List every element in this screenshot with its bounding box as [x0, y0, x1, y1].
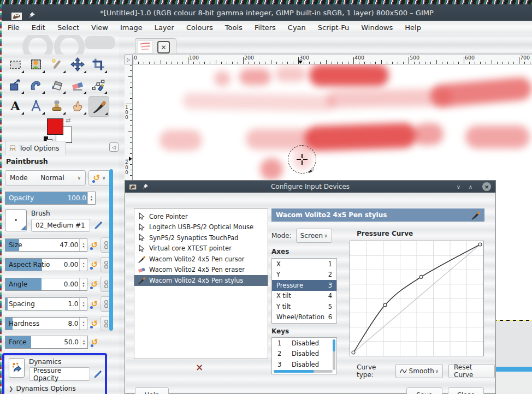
tab-close-icon[interactable]: ✕: [157, 41, 170, 53]
dynamics-field[interactable]: Pressure Opacity: [29, 367, 90, 381]
keys-v-scrollbar[interactable]: [333, 339, 335, 370]
slider-spinner[interactable]: ▴▾: [79, 239, 87, 251]
slider-spinner[interactable]: ▴▾: [79, 318, 87, 330]
dynamics-preview-button[interactable]: [9, 358, 25, 378]
ruler-corner-button[interactable]: ▷: [125, 55, 133, 64]
reset-icon[interactable]: ↺: [91, 320, 98, 328]
axis-row-x[interactable]: X1: [272, 259, 336, 270]
device-mode-dropdown[interactable]: Screen ∨: [296, 229, 332, 243]
menu-tools[interactable]: Tools: [219, 21, 249, 35]
curve-type-dropdown[interactable]: Smooth ∨: [395, 364, 443, 378]
panel-menu-button[interactable]: ◁: [109, 142, 119, 152]
close-button[interactable]: Close: [448, 387, 484, 394]
foreground-color-swatch[interactable]: [47, 118, 63, 135]
dialog-titlebar[interactable]: Configure Input Devices ∨ ∧ ×: [125, 181, 495, 193]
tool-bucket-fill[interactable]: [47, 75, 67, 95]
menu-edit[interactable]: Edit: [26, 21, 51, 35]
dynamics-options-expander[interactable]: ❯ Dynamics Options: [9, 385, 103, 392]
menu-view[interactable]: View: [85, 21, 114, 35]
dialog-maximize-icon[interactable]: ∧: [469, 184, 472, 190]
curve-control-point[interactable]: [352, 351, 355, 354]
menu-file[interactable]: File: [2, 21, 26, 35]
pressure-curve-canvas[interactable]: [350, 241, 484, 356]
tool-smudge[interactable]: [68, 96, 87, 116]
tool-measure[interactable]: [26, 96, 46, 116]
reset-icon[interactable]: ↺: [91, 241, 98, 249]
keys-h-scrollbar[interactable]: [274, 370, 333, 373]
tool-move[interactable]: [68, 55, 87, 74]
size-slider[interactable]: Size47.00▴▾: [5, 238, 87, 252]
tool-transform[interactable]: [5, 75, 25, 95]
device-list-item[interactable]: Core Pointer: [134, 211, 268, 222]
opacity-slider[interactable]: Opacity 100.0 ▴▾: [5, 192, 96, 205]
vertical-ruler[interactable]: 100200: [125, 64, 133, 180]
device-list-item[interactable]: Virtual core XTEST pointer: [134, 243, 268, 254]
keys-h-thumb[interactable]: [274, 370, 314, 373]
tool-paintbrush[interactable]: [88, 96, 109, 117]
menu-select[interactable]: Select: [51, 21, 85, 35]
device-list-item[interactable]: Logitech USB-PS/2 Optical Mouse: [134, 222, 268, 233]
curve-control-point[interactable]: [478, 243, 482, 246]
menu-windows[interactable]: Windows: [355, 21, 399, 35]
tool-fuzzy-select[interactable]: [47, 55, 67, 74]
reset-curve-button[interactable]: Reset Curve: [448, 364, 495, 378]
brush-name-field[interactable]: 02_Medium #1: [31, 219, 90, 232]
spacing-slider[interactable]: Spacing1.0▴▾: [5, 297, 87, 311]
device-list-item[interactable]: Wacom Volito2 4x5 Pen eraser: [134, 265, 268, 276]
tool-eraser[interactable]: [68, 75, 87, 95]
horizontal-ruler[interactable]: 0100200300400500600700: [133, 55, 532, 64]
reset-icon[interactable]: ↺: [91, 300, 98, 308]
mode-reset-button[interactable]: ↺ ∨: [88, 170, 110, 186]
menu-script-fu[interactable]: Script-Fu: [312, 21, 355, 35]
reset-icon[interactable]: ↺: [91, 338, 98, 347]
device-list-item[interactable]: SynPS/2 Synaptics TouchPad: [134, 232, 268, 243]
menu-help[interactable]: Help: [399, 21, 427, 35]
tool-rectangle-select[interactable]: [5, 55, 25, 74]
slider-spinner[interactable]: ▴▾: [79, 259, 87, 271]
dialog-close-button[interactable]: ×: [482, 182, 491, 191]
save-button[interactable]: Save: [406, 387, 442, 394]
menu-cyan[interactable]: Cyan: [282, 21, 312, 35]
aspect-ratio-slider[interactable]: Aspect Ratio0.00▴▾: [5, 258, 87, 271]
hardness-slider[interactable]: Hardness8.0▴▾: [5, 317, 87, 330]
angle-slider[interactable]: Angle0.00▴▾: [5, 278, 87, 291]
opacity-spinner[interactable]: ▴▾: [87, 192, 95, 204]
axis-row-wheel-rotation[interactable]: Wheel/Rotation6: [272, 312, 336, 323]
menu-colours[interactable]: Colours: [180, 21, 219, 35]
tool-select-by-color[interactable]: [26, 55, 46, 74]
tool-paths[interactable]: [88, 75, 108, 95]
device-list-item[interactable]: Wacom Volito2 4x5 Pen stylus: [134, 275, 268, 286]
axis-row-y-tilt[interactable]: Y tilt5: [272, 301, 336, 312]
curve-control-point[interactable]: [383, 303, 387, 307]
help-button[interactable]: Help: [135, 387, 169, 394]
edit-dynamics-pencil-icon[interactable]: [93, 369, 103, 379]
axis-row-x-tilt[interactable]: X tilt4: [272, 291, 336, 302]
tool-text[interactable]: A: [5, 96, 25, 116]
keys-v-thumb[interactable]: [333, 339, 335, 351]
reset-icon[interactable]: ↺: [91, 280, 98, 289]
reset-icon[interactable]: ↺: [91, 261, 98, 269]
tool-crop[interactable]: [88, 55, 108, 74]
swap-colors-icon[interactable]: ⇄: [66, 117, 70, 124]
slider-spinner[interactable]: ▴▾: [80, 336, 87, 348]
menu-filters[interactable]: Filters: [249, 21, 282, 35]
force-slider[interactable]: Force50.0▴▾: [5, 336, 88, 349]
mode-dropdown[interactable]: Mode Normal ∨: [5, 170, 86, 186]
curve-control-point[interactable]: [419, 275, 423, 278]
image-tab[interactable]: ✕: [135, 38, 176, 55]
menu-image[interactable]: Image: [114, 21, 149, 35]
device-list-item[interactable]: Wacom Volito2 4x5 Pen cursor: [134, 254, 268, 265]
axis-row-y[interactable]: Y2: [272, 270, 336, 280]
pin-icon[interactable]: [28, 11, 36, 19]
window-titlebar[interactable]: *[Untitled]-1.0 (RGB colour 8-bit gamma …: [2, 4, 532, 21]
slider-spinner[interactable]: ▴▾: [79, 298, 87, 310]
edit-brush-pencil-icon[interactable]: [93, 220, 103, 230]
tab-tool-options[interactable]: Tool Options: [5, 141, 66, 155]
key-row[interactable]: 1Disabled: [272, 338, 336, 349]
tool-options-scrollbar[interactable]: [109, 169, 113, 331]
key-row[interactable]: 2Disabled: [272, 349, 336, 360]
tool-warp[interactable]: [26, 75, 46, 95]
tool-clone[interactable]: [47, 96, 67, 116]
dialog-shade-icon[interactable]: ∨: [457, 184, 460, 190]
slider-spinner[interactable]: ▴▾: [79, 278, 87, 290]
